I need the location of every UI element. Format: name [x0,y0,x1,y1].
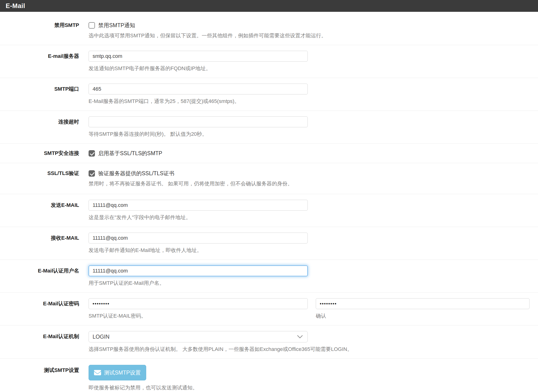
connection-timeout-input[interactable] [89,117,308,127]
form-row-smtp-port: SMTP端口 E-Mail服务器的SMTP端口，通常为25，587(提交)或46… [0,78,538,111]
form-row-from-email: 发送E-MAIL 这是显示在"发件人"字段中的电子邮件地址。 [0,194,538,227]
test-smtp-button-label: 测试SMTP设置 [104,365,141,380]
envelope-icon [94,369,101,376]
disable-smtp-checkbox[interactable] [89,22,95,28]
smtp-secure-checkbox-group[interactable]: 启用基于SSL/TLS的SMTP [89,150,538,157]
field-label-from-email: 发送E-MAIL [0,200,79,209]
help-smtp-port: E-Mail服务器的SMTP端口，通常为25，587(提交)或465(smtps… [89,98,538,104]
form-row-smtp-secure: SMTP安全连接 启用基于SSL/TLS的SMTP [0,144,538,163]
panel-title: E-Mail [0,0,538,12]
ssl-verify-checkbox-group[interactable]: 验证服务器提供的SSL/TLS证书 [89,170,538,177]
smtp-secure-checkbox-label: 启用基于SSL/TLS的SMTP [98,150,162,157]
chevron-down-icon [297,335,303,338]
form-row-disable-smtp: 禁用SMTP 禁用SMTP通知 选中此选项可禁用SMTP通知，但保留以下设置。一… [0,12,538,45]
form-row-test-smtp: 测试SMTP设置 测试SMTP设置 即使服务被标记为禁用，也可以发送测试通知。 [0,359,538,392]
auth-password-input[interactable] [89,298,308,309]
form-row-smtp-server: E-mail服务器 发送通知的SMTP电子邮件服务器的FQDN或IP地址。 [0,45,538,78]
field-label-auth-username: E-Mail认证用户名 [0,266,79,274]
field-label-auth-password: E-Mail认证密码 [0,298,79,307]
help-ssl-verify: 禁用时，将不再验证服务器证书。 如果可用，仍将使用加密，但不会确认服务器的身份。 [89,181,538,187]
auth-username-input[interactable] [89,266,308,276]
disable-smtp-checkbox-group[interactable]: 禁用SMTP通知 [89,22,538,29]
field-label-smtp-port: SMTP端口 [0,84,79,92]
ssl-verify-checkbox-label: 验证服务器提供的SSL/TLS证书 [98,170,174,177]
field-label-auth-mechanism: E-Mail认证机制 [0,331,79,340]
field-label-smtp-server: E-mail服务器 [0,51,79,60]
help-to-email: 发送电子邮件通知的E-Mail地址，即收件人地址。 [89,247,538,253]
field-label-test-smtp: 测试SMTP设置 [0,365,79,373]
form-row-to-email: 接收E-MAIL 发送电子邮件通知的E-Mail地址，即收件人地址。 [0,227,538,260]
form-row-connection-timeout: 连接超时 等待SMTP服务器连接的时间(秒)。 默认值为20秒。 [0,111,538,144]
smtp-port-input[interactable] [89,84,308,94]
field-label-ssl-verify: SSL/TLS验证 [0,170,79,177]
help-connection-timeout: 等待SMTP服务器连接的时间(秒)。 默认值为20秒。 [89,131,538,137]
help-test-smtp: 即使服务被标记为禁用，也可以发送测试通知。 [89,385,538,391]
ssl-verify-checkbox[interactable] [89,170,95,177]
field-label-connection-timeout: 连接超时 [0,117,79,125]
to-email-input[interactable] [89,233,308,243]
auth-password-confirm-input[interactable] [316,298,529,309]
auth-mechanism-selected-value: LOGIN [93,334,110,340]
smtp-secure-checkbox[interactable] [89,150,95,157]
help-smtp-server: 发送通知的SMTP电子邮件服务器的FQDN或IP地址。 [89,65,538,72]
test-smtp-button[interactable]: 测试SMTP设置 [89,365,146,380]
help-auth-mechanism: 选择SMTP服务器使用的身份认证机制。 大多数使用PLAIN，一些服务器如Exc… [89,346,538,352]
confirm-label: 确认 [316,313,529,319]
disable-smtp-checkbox-label: 禁用SMTP通知 [98,22,135,29]
form-row-ssl-verify: SSL/TLS验证 验证服务器提供的SSL/TLS证书 禁用时，将不再验证服务器… [0,163,538,194]
email-settings-panel: E-Mail 禁用SMTP 禁用SMTP通知 选中此选项可禁用SMTP通知，但保… [0,0,538,392]
field-label-to-email: 接收E-MAIL [0,233,79,241]
help-from-email: 这是显示在"发件人"字段中的电子邮件地址。 [89,215,538,220]
field-label-disable-smtp: 禁用SMTP [0,22,79,28]
help-auth-password: SMTP认证E-MAIL密码。 [89,313,308,319]
smtp-server-input[interactable] [89,51,308,62]
form-row-auth-mechanism: E-Mail认证机制 LOGIN 选择SMTP服务器使用的身份认证机制。 大多数… [0,325,538,359]
auth-mechanism-select[interactable]: LOGIN [89,331,308,342]
from-email-input[interactable] [89,200,308,211]
help-auth-username: 用于SMTP认证的E-Mail用户名。 [89,280,538,286]
help-disable-smtp: 选中此选项可禁用SMTP通知，但保留以下设置。一些其他组件，例如插件可能需要这些… [89,33,538,39]
field-label-smtp-secure: SMTP安全连接 [0,150,79,157]
form-row-auth-username: E-Mail认证用户名 用于SMTP认证的E-Mail用户名。 [0,260,538,293]
form-row-auth-password: E-Mail认证密码 SMTP认证E-MAIL密码。 确认 [0,293,538,325]
